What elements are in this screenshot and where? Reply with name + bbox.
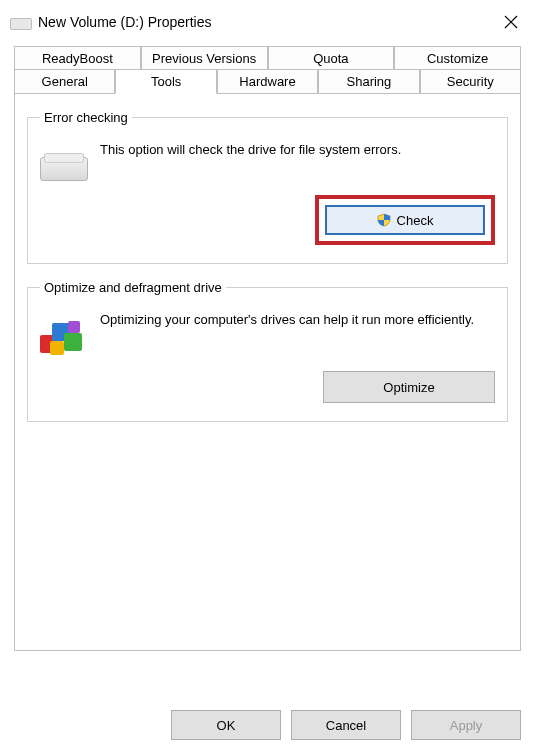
tab-tools[interactable]: Tools <box>115 69 216 94</box>
check-highlight-annotation: Check <box>315 195 495 245</box>
window-title: New Volume (D:) Properties <box>38 14 489 30</box>
optimize-legend: Optimize and defragment drive <box>40 280 226 295</box>
tabs-container: ReadyBoost Previous Versions Quota Custo… <box>14 46 521 94</box>
check-button[interactable]: Check <box>325 205 485 235</box>
optimize-group: Optimize and defragment drive Optimizing… <box>27 280 508 422</box>
dialog-footer: OK Cancel Apply <box>171 710 521 740</box>
tab-sharing[interactable]: Sharing <box>318 69 419 94</box>
check-button-label: Check <box>397 213 434 228</box>
tab-content: Error checking This option will check th… <box>14 93 521 651</box>
cancel-button[interactable]: Cancel <box>291 710 401 740</box>
error-checking-legend: Error checking <box>40 110 132 125</box>
close-button[interactable] <box>497 8 525 36</box>
optimize-button-label: Optimize <box>383 380 434 395</box>
tab-customize[interactable]: Customize <box>394 46 521 70</box>
optimize-button[interactable]: Optimize <box>323 371 495 403</box>
tab-previous-versions[interactable]: Previous Versions <box>141 46 268 70</box>
optimize-desc: Optimizing your computer's drives can he… <box>100 309 495 329</box>
apply-button[interactable]: Apply <box>411 710 521 740</box>
defrag-icon <box>40 313 86 357</box>
ok-button[interactable]: OK <box>171 710 281 740</box>
tab-readyboost[interactable]: ReadyBoost <box>14 46 141 70</box>
error-checking-desc: This option will check the drive for fil… <box>100 139 495 159</box>
close-icon <box>504 15 518 29</box>
error-checking-group: Error checking This option will check th… <box>27 110 508 264</box>
tab-security[interactable]: Security <box>420 69 521 94</box>
hdd-icon <box>40 147 86 181</box>
titlebar: New Volume (D:) Properties <box>0 0 535 42</box>
tab-quota[interactable]: Quota <box>268 46 395 70</box>
tab-hardware[interactable]: Hardware <box>217 69 318 94</box>
tab-general[interactable]: General <box>14 69 115 94</box>
drive-icon <box>10 14 30 30</box>
uac-shield-icon <box>377 213 391 227</box>
